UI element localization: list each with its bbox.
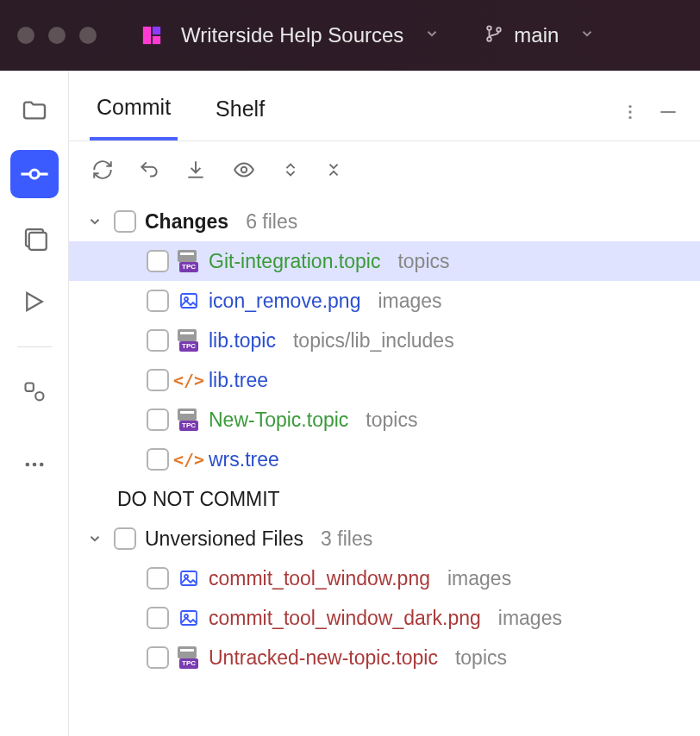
topic-file-icon: TPC	[178, 329, 200, 352]
file-name: commit_tool_window_dark.png	[209, 607, 481, 630]
file-row-untracked-topic[interactable]: TPC Untracked-new-topic.topic topics	[69, 638, 700, 677]
options-icon[interactable]	[621, 103, 640, 125]
left-toolbar	[0, 71, 69, 736]
svg-rect-11	[25, 384, 33, 391]
tab-commit[interactable]: Commit	[90, 86, 178, 140]
svg-rect-26	[181, 611, 197, 625]
project-icon	[141, 25, 162, 46]
checkbox[interactable]	[147, 607, 169, 629]
file-row-wrs-tree[interactable]: </> wrs.tree	[69, 440, 700, 479]
checkbox[interactable]	[147, 250, 169, 272]
project-name[interactable]: Writerside Help Sources	[181, 23, 403, 47]
file-name: lib.tree	[209, 369, 268, 392]
file-path: images	[378, 290, 441, 313]
expand-all-icon[interactable]	[281, 159, 300, 181]
file-name: commit_tool_window.png	[209, 567, 430, 590]
build-tool-button[interactable]	[10, 278, 59, 326]
changelist-count: 6 files	[246, 210, 297, 234]
branch-chevron-down-icon	[579, 26, 595, 45]
collapse-all-icon[interactable]	[324, 159, 343, 181]
file-name: Git-integration.topic	[209, 250, 380, 273]
chevron-down-icon[interactable]	[84, 214, 105, 229]
tab-shelf[interactable]: Shelf	[209, 88, 272, 139]
svg-point-21	[241, 167, 247, 173]
svg-rect-22	[181, 294, 197, 308]
svg-rect-2	[153, 36, 160, 44]
titlebar: Writerside Help Sources main	[0, 0, 700, 71]
svg-point-4	[488, 37, 492, 41]
file-row-lib-topic[interactable]: TPC lib.topic topics/lib_includes	[69, 321, 700, 360]
checkbox[interactable]	[147, 567, 169, 589]
group-label: Unversioned Files	[145, 527, 303, 551]
changes-tree: Changes 6 files TPC Git-integration.topi…	[69, 198, 700, 677]
changelist-do-not-commit[interactable]: DO NOT COMMIT	[69, 479, 700, 519]
file-name: New-Topic.topic	[209, 409, 348, 432]
image-file-icon	[178, 608, 200, 628]
checkbox[interactable]	[147, 290, 169, 312]
file-path: topics	[455, 646, 507, 670]
file-row-git-integration[interactable]: TPC Git-integration.topic topics	[69, 241, 700, 281]
file-row-new-topic[interactable]: TPC New-Topic.topic topics	[69, 400, 700, 440]
refresh-icon[interactable]	[91, 159, 114, 181]
svg-point-12	[35, 392, 43, 400]
topic-file-icon: TPC	[178, 646, 200, 669]
file-row-icon-remove[interactable]: icon_remove.png images	[69, 281, 700, 321]
checkbox[interactable]	[147, 329, 169, 352]
svg-rect-10	[28, 233, 46, 250]
file-name: lib.topic	[209, 329, 276, 352]
checkbox[interactable]	[147, 409, 169, 431]
changelist-label: Changes	[145, 210, 228, 234]
zoom-window-button[interactable]	[79, 27, 97, 44]
topic-file-icon: TPC	[178, 409, 200, 431]
shelve-icon[interactable]	[184, 159, 207, 181]
svg-point-13	[25, 463, 29, 467]
svg-rect-0	[143, 27, 151, 44]
close-window-button[interactable]	[17, 27, 34, 44]
window-controls	[17, 27, 97, 44]
file-path: topics	[397, 250, 449, 273]
image-file-icon	[178, 568, 200, 589]
minimize-window-button[interactable]	[48, 27, 66, 44]
changelist-label: DO NOT COMMIT	[117, 488, 280, 511]
file-row-ctw-dark-png[interactable]: commit_tool_window_dark.png images	[69, 598, 700, 638]
group-count: 3 files	[321, 527, 372, 551]
checkbox[interactable]	[147, 369, 169, 391]
branch-name: main	[514, 23, 559, 47]
svg-point-6	[30, 170, 39, 178]
file-name: wrs.tree	[209, 448, 279, 471]
git-branch-widget[interactable]: main	[484, 23, 595, 47]
sidebar-divider	[17, 346, 52, 347]
checkbox[interactable]	[147, 448, 169, 471]
more-tool-button[interactable]	[10, 368, 59, 416]
svg-rect-1	[153, 27, 160, 34]
hide-icon[interactable]	[657, 101, 679, 127]
checkbox[interactable]	[114, 210, 136, 233]
svg-point-14	[32, 463, 36, 467]
overflow-button[interactable]	[10, 440, 59, 489]
preview-diff-icon[interactable]	[231, 159, 257, 181]
file-row-lib-tree[interactable]: </> lib.tree	[69, 360, 700, 400]
structure-tool-button[interactable]	[10, 214, 59, 262]
file-row-ctw-png[interactable]: commit_tool_window.png images	[69, 558, 700, 598]
image-file-icon	[178, 290, 200, 311]
changelist-changes[interactable]: Changes 6 files	[69, 202, 700, 241]
tool-window-tabs: Commit Shelf	[69, 71, 700, 141]
commit-tool-button[interactable]	[10, 150, 59, 198]
svg-point-5	[497, 28, 502, 32]
svg-point-18	[628, 115, 631, 118]
topic-file-icon: TPC	[178, 250, 200, 272]
project-tool-button[interactable]	[10, 86, 59, 134]
file-path: images	[498, 607, 562, 630]
svg-rect-24	[181, 571, 197, 585]
rollback-icon[interactable]	[138, 159, 160, 181]
svg-point-15	[39, 463, 43, 467]
unversioned-files-group[interactable]: Unversioned Files 3 files	[69, 519, 700, 558]
file-path: topics	[366, 409, 417, 432]
checkbox[interactable]	[114, 527, 136, 550]
project-chevron-down-icon[interactable]	[424, 26, 440, 45]
chevron-down-icon[interactable]	[84, 531, 105, 546]
checkbox[interactable]	[147, 646, 169, 669]
svg-point-16	[628, 104, 631, 107]
xml-file-icon: </>	[178, 370, 200, 390]
file-name: Untracked-new-topic.topic	[209, 646, 438, 670]
